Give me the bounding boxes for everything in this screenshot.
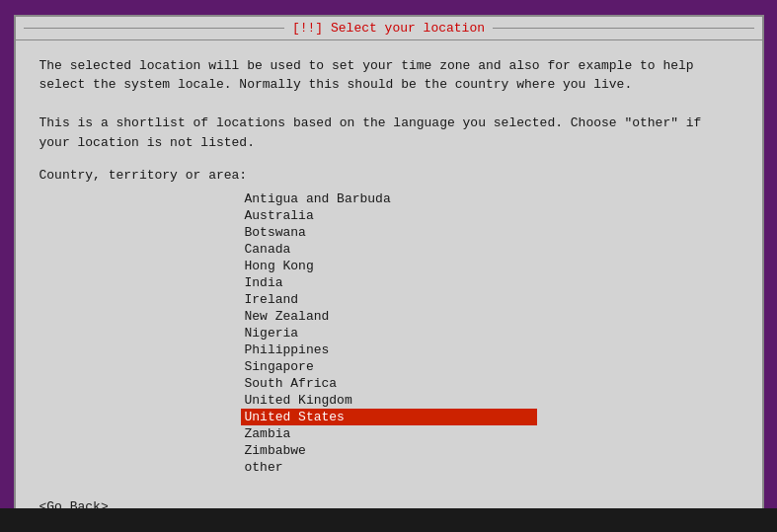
list-item[interactable]: Zambia	[241, 425, 537, 442]
list-item[interactable]: Hong Kong	[241, 258, 537, 274]
list-item[interactable]: Botswana	[241, 224, 537, 241]
list-item[interactable]: Antigua and Barbuda	[241, 190, 537, 207]
desc-line2: select the system locale. Normally this …	[39, 75, 738, 95]
list-item[interactable]: Ireland	[241, 291, 537, 308]
main-content: The selected location will be used to se…	[16, 40, 762, 493]
desc-line4: This is a shortlist of locations based o…	[39, 114, 738, 133]
list-item[interactable]: Singapore	[241, 358, 537, 375]
country-label: Country, territory or area:	[39, 168, 738, 183]
window-title: [!!] Select your location	[284, 21, 493, 36]
list-item[interactable]: United Kingdom	[241, 392, 537, 409]
list-item[interactable]: Australia	[241, 207, 537, 224]
list-item[interactable]: Nigeria	[241, 325, 537, 342]
taskbar	[0, 508, 777, 532]
desc-line1: The selected location will be used to se…	[39, 56, 738, 76]
title-bar: [!!] Select your location	[16, 17, 762, 40]
list-item[interactable]: Canada	[241, 241, 537, 258]
description-text: The selected location will be used to se…	[39, 56, 738, 153]
list-item[interactable]: other	[241, 459, 537, 476]
list-item[interactable]: United States	[241, 409, 537, 425]
list-item[interactable]: Philippines	[241, 342, 537, 358]
country-list-container: Antigua and BarbudaAustraliaBotswanaCana…	[39, 190, 738, 476]
country-list[interactable]: Antigua and BarbudaAustraliaBotswanaCana…	[241, 190, 537, 476]
list-item[interactable]: India	[241, 274, 537, 291]
terminal-window: [!!] Select your location The selected l…	[14, 15, 764, 518]
list-item[interactable]: New Zealand	[241, 308, 537, 325]
list-item[interactable]: Zimbabwe	[241, 442, 537, 459]
list-item[interactable]: South Africa	[241, 375, 537, 392]
desc-line5: your location is not listed.	[39, 133, 738, 153]
